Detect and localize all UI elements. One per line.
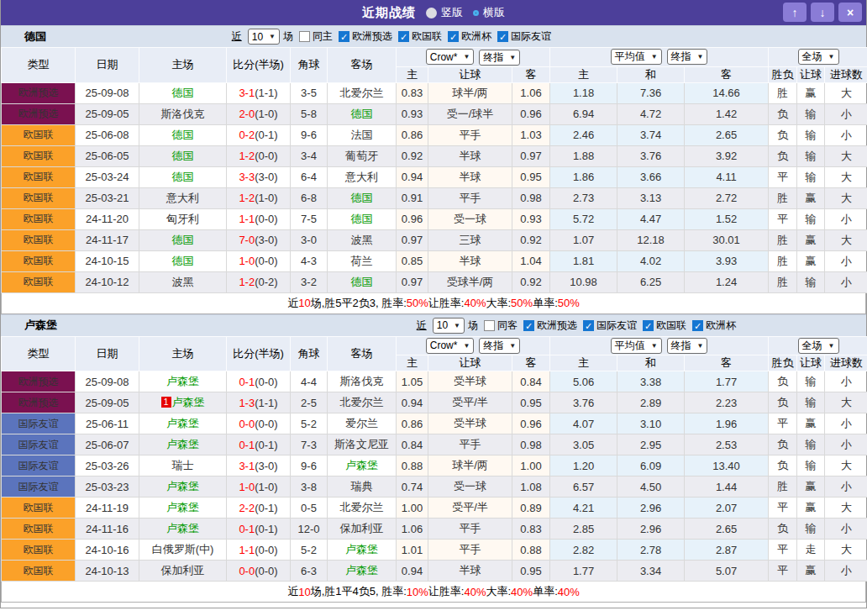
away-team-name: 北爱尔兰 xyxy=(340,87,384,99)
half-time-score: (1-0) xyxy=(255,192,277,204)
match-count-select[interactable]: 10▼ xyxy=(248,29,280,45)
full-time-score: 7-0 xyxy=(239,234,255,246)
competition-checkbox-2[interactable]: ✓ xyxy=(643,320,654,331)
bookmaker-stage-select[interactable]: 终指▼ xyxy=(479,338,520,354)
cell-avg-home: 3.76 xyxy=(550,392,617,413)
cell-result-wdl: 负 xyxy=(769,455,797,476)
cell-away-team: 德国 xyxy=(328,271,397,292)
cell-odds-handicap: 受球半/两 xyxy=(428,271,512,292)
cell-odds-away: 0.98 xyxy=(512,187,550,208)
cell-competition-type: 国际友谊 xyxy=(2,455,76,476)
sub-header-8: 进球数 xyxy=(825,355,867,371)
scope-select[interactable]: 全场▼ xyxy=(798,49,839,65)
cell-corners: 9-6 xyxy=(291,124,328,145)
summary-segment: 单率: xyxy=(533,584,558,599)
cell-avg-home: 6.57 xyxy=(550,476,617,498)
cell-date: 25-09-05 xyxy=(76,103,139,124)
cell-result-wdl: 负 xyxy=(769,145,797,166)
sub-header-5: 客 xyxy=(685,355,769,371)
cell-result-goals: 大 xyxy=(825,145,867,166)
cell-avg-draw: 3.34 xyxy=(617,561,685,582)
radio-vertical-layout[interactable]: 竖版 xyxy=(426,5,463,20)
bookmaker-stage-select[interactable]: 终指▼ xyxy=(479,50,520,66)
summary-segment: 40% xyxy=(558,586,580,598)
cell-result-goals: 大 xyxy=(825,498,867,519)
away-team-name: 德国 xyxy=(351,108,373,120)
cell-odds-away: 0.96 xyxy=(512,103,550,124)
sub-header-6: 胜负 xyxy=(769,66,797,82)
average-select[interactable]: 平均值▼ xyxy=(611,338,662,354)
recent-count-link[interactable]: 近 xyxy=(417,319,427,333)
competition-checkbox-3[interactable]: ✓ xyxy=(692,320,703,331)
cell-home-team: 卢森堡 xyxy=(139,434,227,455)
cell-avg-draw: 4.50 xyxy=(617,476,685,498)
competition-checkbox-2[interactable]: ✓ xyxy=(448,31,459,42)
scroll-up-button[interactable]: ↑ xyxy=(783,3,807,22)
recent-count-link[interactable]: 近 xyxy=(232,29,242,44)
average-stage-select[interactable]: 终指▼ xyxy=(667,49,708,65)
scope-select[interactable]: 全场▼ xyxy=(798,338,839,354)
radio-selected-icon xyxy=(426,8,437,18)
cell-away-team: 德国 xyxy=(328,103,397,124)
scroll-down-button[interactable]: ↓ xyxy=(811,3,834,22)
cell-corners: 4-4 xyxy=(291,371,328,392)
cell-result-goals: 小 xyxy=(825,208,867,229)
match-count-select[interactable]: 10▼ xyxy=(433,318,465,334)
full-time-score: 1-0 xyxy=(239,481,255,493)
same-venue-checkbox[interactable] xyxy=(484,320,495,331)
full-time-score: 0-2 xyxy=(239,129,255,141)
cell-date: 25-03-21 xyxy=(76,187,139,208)
cell-date: 24-10-15 xyxy=(76,250,139,271)
competition-checkbox-1[interactable]: ✓ xyxy=(398,31,409,42)
cell-result-handicap: 赢 xyxy=(797,229,825,250)
away-team-name: 北爱尔兰 xyxy=(340,501,384,513)
cell-competition-type: 欧洲预选 xyxy=(2,371,76,392)
half-time-score: (0-0) xyxy=(255,150,277,162)
same-venue-checkbox[interactable] xyxy=(299,31,310,42)
cell-odds-handicap: 半球 xyxy=(428,166,512,187)
cell-avg-away: 4.11 xyxy=(685,166,769,187)
close-button[interactable]: × xyxy=(838,3,862,22)
summary-segment: 让胜率: xyxy=(428,584,465,599)
competition-label-2: 欧洲杯 xyxy=(461,29,491,44)
summary-line: 近10场,胜1平4负5, 胜率:10% 让胜率:40% 大率:40% 单率:40… xyxy=(1,582,866,603)
cell-odds-home: 0.74 xyxy=(397,476,428,498)
bookmaker-select[interactable]: Crow*▼ xyxy=(426,338,475,354)
cell-home-team: 卢森堡 xyxy=(139,476,227,498)
full-time-score: 3-3 xyxy=(239,171,255,183)
cell-away-team: 葡萄牙 xyxy=(328,145,397,166)
cell-date: 24-10-13 xyxy=(76,561,139,582)
cell-odds-handicap: 受一球 xyxy=(428,208,512,229)
summary-segment: 50% xyxy=(407,297,428,309)
cell-result-wdl: 平 xyxy=(769,208,797,229)
cell-home-team: 卢森堡 xyxy=(139,498,227,519)
competition-label-1: 欧国联 xyxy=(412,29,442,44)
average-select[interactable]: 平均值▼ xyxy=(611,49,662,65)
average-stage-select[interactable]: 终指▼ xyxy=(667,338,708,354)
cell-score: 1-3(1-1) xyxy=(227,392,291,413)
competition-checkbox-3[interactable]: ✓ xyxy=(497,31,508,42)
cell-corners: 9-6 xyxy=(291,455,328,476)
cell-avg-away: 2.23 xyxy=(685,392,769,413)
radio-horizontal-layout[interactable]: 横版 xyxy=(473,5,505,20)
competition-checkbox-0[interactable]: ✓ xyxy=(523,320,534,331)
chevron-down-icon: ▼ xyxy=(463,342,470,350)
competition-checkbox-1[interactable]: ✓ xyxy=(583,320,594,331)
cell-competition-type: 欧国联 xyxy=(2,250,76,271)
cell-away-team: 卢森堡 xyxy=(328,561,397,582)
full-time-score: 0-1 xyxy=(239,439,255,451)
cell-avg-home: 1.20 xyxy=(550,455,617,476)
cell-competition-type: 欧国联 xyxy=(2,166,76,187)
column-header-2: 主场 xyxy=(139,336,227,371)
cell-odds-away: 1.03 xyxy=(512,124,550,145)
cell-away-team: 斯洛伐克 xyxy=(328,371,397,392)
cell-result-wdl: 胜 xyxy=(769,476,797,498)
cell-home-team: 德国 xyxy=(139,166,227,187)
cell-result-wdl: 胜 xyxy=(769,250,797,271)
home-team-name: 保加利亚 xyxy=(161,564,205,577)
cell-date: 25-09-08 xyxy=(76,82,139,103)
bookmaker-select[interactable]: Crow*▼ xyxy=(426,49,475,65)
competition-checkbox-0[interactable]: ✓ xyxy=(339,31,349,42)
competition-label-1: 国际友谊 xyxy=(596,319,637,333)
cell-competition-type: 国际友谊 xyxy=(2,413,76,434)
